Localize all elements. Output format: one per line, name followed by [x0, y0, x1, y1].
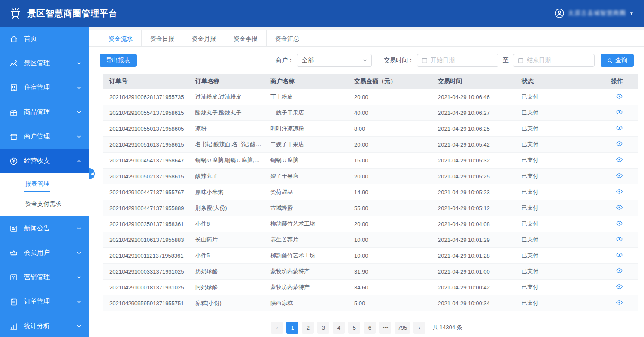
sidebar-item-member[interactable]: 会员用户 — [0, 241, 89, 265]
view-detail-icon[interactable] — [616, 140, 623, 147]
sidebar-item-label: 商品管理 — [24, 108, 76, 116]
app-header: 景区智慧商圈管理平台 太原古县城智慧商圈 ▼ — [0, 0, 644, 27]
main-content: 资金流水资金日报资金月报资金季报资金汇总 导出报表 商户： 全部 交易时间： — [89, 27, 644, 337]
order-name: 奶奶珍酪 — [189, 268, 264, 275]
export-report-button[interactable]: 导出报表 — [100, 54, 137, 67]
pagination-page-1[interactable]: 1 — [286, 322, 298, 334]
order-id: 202104291005501371958605 — [103, 126, 189, 132]
view-detail-icon[interactable] — [616, 93, 623, 100]
search-button[interactable]: 查询 — [601, 54, 634, 67]
sidebar-item-stats[interactable]: 统计分析 — [0, 314, 89, 337]
view-detail-icon[interactable] — [616, 188, 623, 195]
tab-资金季报[interactable]: 资金季报 — [225, 30, 267, 46]
sidebar-item-news[interactable]: 新闻公告 — [0, 216, 89, 241]
view-detail-icon[interactable] — [616, 124, 623, 132]
view-detail-icon[interactable] — [616, 299, 623, 306]
order-id: 202104290959591371955751 — [103, 300, 189, 307]
sidebar-item-marketing[interactable]: 营销管理 — [0, 265, 89, 289]
sidebar-item-merchant[interactable]: 商户管理 — [0, 124, 89, 149]
amount: 20.00 — [348, 221, 431, 227]
end-date-input[interactable]: 结束日期 — [513, 54, 595, 67]
merchant-name: 嫂子干果店 — [264, 172, 348, 180]
user-name: 太原古县城智慧商圈 — [568, 9, 626, 17]
pagination-page-795[interactable]: 795 — [395, 322, 410, 334]
search-icon — [607, 58, 613, 63]
amount: 10.00 — [348, 253, 431, 259]
sidebar-item-order[interactable]: 订单管理 — [0, 289, 89, 314]
transaction-time: 2021-04-29 10:01:29 — [431, 237, 515, 243]
search-button-label: 查询 — [615, 57, 627, 64]
sidebar-item-finance[interactable]: 经营收支 — [0, 149, 89, 173]
order-name: 荆条蜜(大份) — [189, 204, 264, 212]
status-badge: 已支付 — [515, 188, 580, 196]
content-card: 资金流水资金日报资金月报资金季报资金汇总 导出报表 商户： 全部 交易时间： — [89, 30, 644, 337]
view-detail-icon[interactable] — [616, 251, 623, 259]
amount: 20.00 — [348, 94, 431, 100]
tab-资金汇总[interactable]: 资金汇总 — [266, 30, 308, 46]
transactions-table: 订单号订单名称商户名称交易金额（元）交易时间状态操作 2021042910062… — [103, 74, 638, 311]
view-detail-icon[interactable] — [616, 172, 623, 179]
pagination-more-button[interactable]: ••• — [379, 322, 391, 334]
order-id: 202104291004471371955767 — [103, 189, 189, 196]
export-report-label: 导出报表 — [106, 57, 130, 64]
sidebar-item-hotel[interactable]: 住宿管理 — [0, 75, 89, 100]
order-id: 202104291004541371958647 — [103, 157, 189, 164]
sidebar: 首页景区管理住宿管理商品管理商户管理经营收支报表管理资金支付需求新闻公告会员用户… — [0, 27, 89, 337]
sidebar-item-label: 新闻公告 — [24, 224, 76, 232]
user-avatar-icon — [554, 8, 565, 18]
status-badge: 已支付 — [515, 125, 580, 132]
tab-资金月报[interactable]: 资金月报 — [183, 30, 225, 46]
view-detail-icon[interactable] — [616, 267, 623, 274]
sidebar-item-home[interactable]: 首页 — [0, 27, 89, 51]
tab-资金日报[interactable]: 资金日报 — [141, 30, 183, 46]
status-badge: 已支付 — [515, 220, 580, 228]
order-icon — [9, 298, 18, 306]
view-detail-icon[interactable] — [616, 283, 623, 290]
amount: 20.00 — [348, 141, 431, 148]
merchant-name: 蒙牧坊内蒙特产 — [264, 268, 348, 275]
pagination-prev-button[interactable]: ‹ — [271, 322, 283, 334]
merchant-name: 柳韵藤竹艺术工坊 — [264, 252, 348, 259]
status-badge: 已支付 — [515, 141, 580, 148]
sidebar-item-label: 住宿管理 — [24, 84, 76, 92]
hotel-icon — [9, 84, 18, 92]
order-name: 凉糕(小份) — [189, 299, 264, 307]
pagination-page-2[interactable]: 2 — [302, 322, 314, 334]
view-detail-icon[interactable] — [616, 108, 623, 116]
goods-icon — [9, 108, 18, 117]
merchant-name: 蒙牧坊内蒙特产 — [264, 283, 348, 291]
tab-资金流水[interactable]: 资金流水 — [100, 30, 142, 46]
pagination-page-6[interactable]: 6 — [364, 322, 376, 334]
calendar-icon — [422, 57, 428, 63]
merchant-select-value: 全部 — [302, 57, 362, 64]
view-detail-icon[interactable] — [616, 235, 623, 243]
order-id: 202104291001061371955883 — [103, 237, 189, 243]
sidebar-item-goods[interactable]: 商品管理 — [0, 100, 89, 124]
start-date-input[interactable]: 开始日期 — [417, 54, 498, 67]
merchant-name: 二嫂子干果店 — [264, 109, 348, 117]
sidebar-item-scenic[interactable]: 景区管理 — [0, 51, 89, 75]
pagination-next-button[interactable]: › — [413, 322, 425, 334]
chevron-down-icon — [76, 299, 82, 304]
pagination-page-5[interactable]: 5 — [348, 322, 360, 334]
home-icon — [9, 35, 18, 43]
merchant-select[interactable]: 全部 — [297, 54, 372, 67]
page-title: 景区智慧商圈管理平台 — [27, 8, 118, 19]
status-badge: 已支付 — [515, 252, 580, 259]
table-header: 订单号订单名称商户名称交易金额（元）交易时间状态操作 — [103, 74, 638, 89]
view-detail-icon[interactable] — [616, 204, 623, 211]
pagination-page-4[interactable]: 4 — [333, 322, 345, 334]
column-header: 订单名称 — [189, 78, 264, 85]
status-badge: 已支付 — [515, 268, 580, 275]
sidebar-subitem[interactable]: 报表管理 — [0, 175, 89, 195]
view-detail-icon[interactable] — [616, 220, 623, 227]
table-row: 202104291003501371958361小件6柳韵藤竹艺术工坊20.00… — [103, 216, 638, 232]
order-name: 铜锅豆腐脑,铜锅豆腐脑,铜锅... — [189, 156, 264, 164]
news-icon — [9, 224, 18, 233]
transaction-time: 2021-04-29 10:01:28 — [431, 253, 515, 259]
transaction-time: 2021-04-29 10:06:25 — [431, 126, 515, 132]
sidebar-subitem[interactable]: 资金支付需求 — [0, 195, 89, 214]
pagination-page-3[interactable]: 3 — [317, 322, 329, 334]
user-menu[interactable]: 太原古县城智慧商圈 ▼ — [554, 8, 636, 18]
view-detail-icon[interactable] — [616, 156, 623, 163]
